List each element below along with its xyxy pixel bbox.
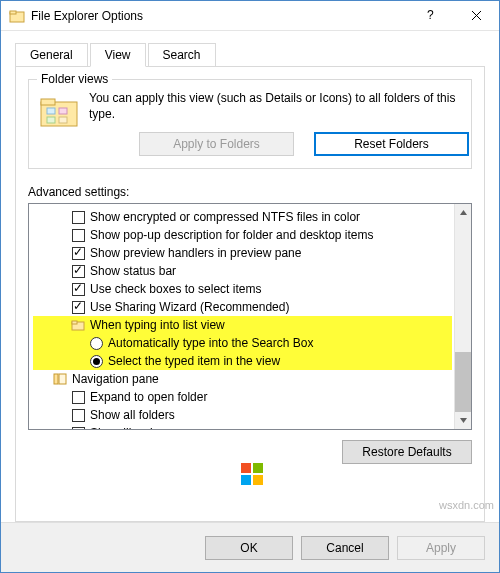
folder-views-icon: [39, 94, 79, 128]
checkbox-icon[interactable]: [71, 300, 85, 314]
checkbox-icon[interactable]: [71, 408, 85, 422]
tree-row[interactable]: Automatically type into the Search Box: [33, 334, 452, 352]
checkbox-icon[interactable]: [71, 264, 85, 278]
dialog-buttons: OK Cancel Apply: [1, 522, 499, 572]
titlebar: File Explorer Options ?: [1, 1, 499, 31]
tab-search[interactable]: Search: [148, 43, 216, 67]
watermark: wsxdn.com: [439, 499, 494, 511]
checkbox-icon[interactable]: [71, 210, 85, 224]
ok-button[interactable]: OK: [205, 536, 293, 560]
content: General View Search Folder views: [1, 31, 499, 522]
scroll-thumb[interactable]: [455, 352, 471, 412]
advanced-settings-tree: Show encrypted or compressed NTFS files …: [28, 203, 472, 430]
tree-row-label: Show preview handlers in preview pane: [90, 246, 301, 260]
scroll-down-button[interactable]: [455, 412, 471, 429]
tree-row[interactable]: Show pop-up description for folder and d…: [33, 226, 452, 244]
tree-row[interactable]: Navigation pane: [33, 370, 452, 388]
radio-icon[interactable]: [89, 336, 103, 350]
svg-rect-13: [54, 374, 58, 384]
svg-rect-7: [47, 108, 55, 114]
tree-row-label: Show all folders: [90, 408, 175, 422]
checkbox-icon[interactable]: [71, 426, 85, 429]
close-button[interactable]: [453, 1, 499, 31]
tree-row-label: Show pop-up description for folder and d…: [90, 228, 374, 242]
svg-rect-6: [41, 99, 55, 105]
svg-marker-15: [460, 210, 467, 215]
scroll-track-top[interactable]: [455, 221, 471, 352]
apply-button[interactable]: Apply: [397, 536, 485, 560]
svg-rect-10: [59, 117, 67, 123]
logo-overlay: [241, 463, 263, 485]
tree-row[interactable]: Show status bar: [33, 262, 452, 280]
advanced-settings-label: Advanced settings:: [28, 185, 472, 199]
advanced-tree-viewport[interactable]: Show encrypted or compressed NTFS files …: [29, 204, 454, 429]
svg-rect-19: [241, 475, 251, 485]
tab-view[interactable]: View: [90, 43, 146, 67]
tab-body-view: Folder views You can apply thi: [15, 66, 485, 522]
checkbox-icon[interactable]: [71, 228, 85, 242]
restore-defaults-button[interactable]: Restore Defaults: [342, 440, 472, 464]
tabs: General View Search: [15, 43, 485, 67]
folder-options-icon: [9, 8, 25, 24]
radio-icon[interactable]: [89, 354, 103, 368]
folder-views-description: You can apply this view (such as Details…: [89, 90, 469, 122]
tree-row[interactable]: Show encrypted or compressed NTFS files …: [33, 208, 452, 226]
checkbox-icon[interactable]: [71, 390, 85, 404]
tree-row-label: Navigation pane: [72, 372, 159, 386]
tree-row[interactable]: Show preview handlers in preview pane: [33, 244, 452, 262]
tree-row-label: Show libraries: [90, 426, 165, 429]
tree-row[interactable]: Use check boxes to select items: [33, 280, 452, 298]
navpane-icon: [53, 372, 67, 386]
tab-general[interactable]: General: [15, 43, 88, 67]
folder-views-legend: Folder views: [37, 72, 112, 86]
tree-row[interactable]: Use Sharing Wizard (Recommended): [33, 298, 452, 316]
svg-rect-14: [59, 374, 66, 384]
tree-row-label: Use Sharing Wizard (Recommended): [90, 300, 289, 314]
tree-row[interactable]: Show all folders: [33, 406, 452, 424]
svg-marker-16: [460, 418, 467, 423]
scrollbar[interactable]: [454, 204, 471, 429]
tree-row-label: Use check boxes to select items: [90, 282, 261, 296]
checkbox-icon[interactable]: [71, 282, 85, 296]
svg-rect-9: [47, 117, 55, 123]
cancel-button[interactable]: Cancel: [301, 536, 389, 560]
tree-row-label: Expand to open folder: [90, 390, 207, 404]
svg-rect-17: [241, 463, 251, 473]
svg-rect-20: [253, 475, 263, 485]
folder-views-group: Folder views You can apply thi: [28, 79, 472, 169]
folder-icon: [71, 318, 85, 332]
svg-rect-12: [72, 321, 77, 324]
tree-row[interactable]: Show libraries: [33, 424, 452, 429]
svg-rect-8: [59, 108, 67, 114]
svg-rect-1: [10, 11, 16, 14]
apply-to-folders-button[interactable]: Apply to Folders: [139, 132, 294, 156]
tree-row-label: Show status bar: [90, 264, 176, 278]
tree-row-label: Select the typed item in the view: [108, 354, 280, 368]
help-button[interactable]: ?: [407, 1, 453, 31]
tree-row-label: Automatically type into the Search Box: [108, 336, 313, 350]
tree-row[interactable]: Select the typed item in the view: [33, 352, 452, 370]
svg-rect-18: [253, 463, 263, 473]
scroll-up-button[interactable]: [455, 204, 471, 221]
window-title: File Explorer Options: [31, 9, 407, 23]
tree-row[interactable]: When typing into list view: [33, 316, 452, 334]
tree-row[interactable]: Expand to open folder: [33, 388, 452, 406]
window: File Explorer Options ? General View Sea…: [0, 0, 500, 573]
checkbox-icon[interactable]: [71, 246, 85, 260]
tree-row-label: When typing into list view: [90, 318, 225, 332]
tree-row-label: Show encrypted or compressed NTFS files …: [90, 210, 360, 224]
svg-text:?: ?: [427, 10, 434, 21]
reset-folders-button[interactable]: Reset Folders: [314, 132, 469, 156]
